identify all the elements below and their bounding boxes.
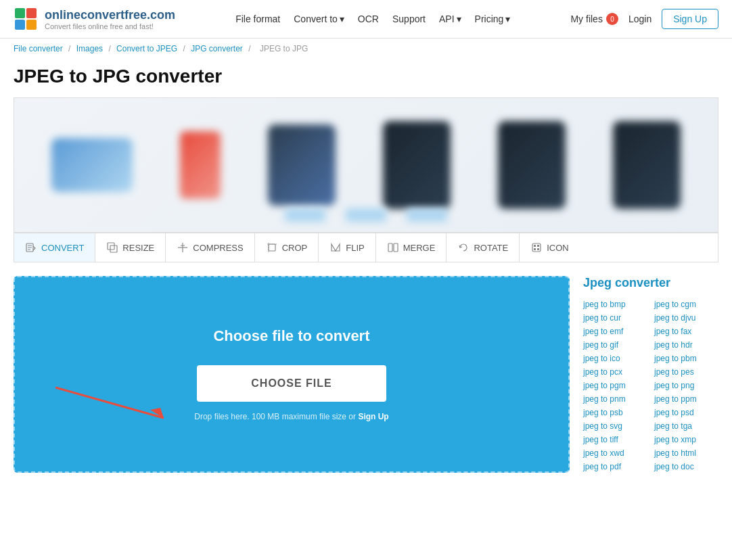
svg-rect-24: [537, 245, 539, 247]
sidebar-link[interactable]: jpeg to cgm: [654, 298, 718, 310]
sidebar-link[interactable]: jpeg to pes: [654, 366, 718, 378]
upload-title: Choose file to convert: [213, 327, 369, 345]
breadcrumb-jpg-converter[interactable]: JPG converter: [191, 44, 243, 53]
breadcrumb-current: JPEG to JPG: [260, 44, 308, 53]
sidebar-link[interactable]: jpeg to pnm: [583, 393, 647, 405]
sidebar: Jpeg converter jpeg to bmpjpeg to cgmjpe…: [583, 276, 718, 473]
sidebar-link[interactable]: jpeg to pbm: [654, 352, 718, 365]
sidebar-link[interactable]: jpeg to psb: [583, 406, 647, 419]
sidebar-link[interactable]: jpeg to ppm: [654, 393, 718, 405]
toolbar-rotate[interactable]: ROTATE: [447, 233, 520, 262]
resize-icon: [106, 241, 118, 254]
logo-name: onlineconvertfree.com: [45, 8, 175, 22]
toolbar-compress[interactable]: COMPRESS: [166, 233, 254, 262]
breadcrumb: File converter / Images / Convert to JPE…: [0, 39, 732, 59]
nav-support[interactable]: Support: [392, 14, 426, 24]
sidebar-link[interactable]: jpeg to tiff: [583, 434, 647, 446]
svg-line-27: [55, 388, 164, 418]
sidebar-link[interactable]: jpeg to pdf: [583, 461, 647, 473]
svg-rect-10: [108, 243, 114, 250]
nav-convert-to[interactable]: Convert to ▾: [294, 14, 344, 24]
sidebar-link[interactable]: jpeg to png: [654, 379, 718, 392]
toolbar-merge[interactable]: MERGE: [376, 233, 447, 262]
sidebar-link[interactable]: jpeg to cur: [583, 312, 647, 324]
toolbar-icon[interactable]: ICON: [520, 233, 580, 262]
rotate-icon: [457, 241, 470, 254]
sidebar-link[interactable]: jpeg to xmp: [654, 434, 718, 446]
merge-icon: [387, 241, 399, 254]
header: ↔ onlineconvertfree.com Convert files on…: [0, 0, 732, 39]
toolbar-crop[interactable]: CROP: [255, 233, 319, 262]
breadcrumb-sep-3: /: [183, 44, 187, 53]
breadcrumb-sep-1: /: [68, 44, 73, 53]
nav-center: File format Convert to ▾ OCR Support API…: [235, 14, 510, 24]
choose-file-button[interactable]: CHOOSE FILE: [197, 365, 386, 402]
toolbar-flip[interactable]: FLIP: [319, 233, 375, 262]
breadcrumb-file-converter[interactable]: File converter: [14, 44, 63, 53]
blurred-content: [14, 98, 718, 232]
sidebar-link[interactable]: jpeg to xwd: [583, 447, 647, 459]
sidebar-link[interactable]: jpeg to hdr: [654, 339, 718, 351]
breadcrumb-sep-2: /: [108, 44, 113, 53]
nav-file-format[interactable]: File format: [235, 14, 280, 24]
compress-icon: [177, 241, 189, 254]
breadcrumb-images[interactable]: Images: [76, 44, 103, 53]
arrow-decoration: [55, 384, 204, 425]
nav-ocr[interactable]: OCR: [358, 14, 379, 24]
sidebar-link[interactable]: jpeg to pcx: [583, 366, 647, 378]
toolbar-convert[interactable]: CONVERT: [14, 233, 95, 262]
svg-rect-15: [269, 244, 275, 251]
convert-icon: [25, 241, 37, 254]
breadcrumb-convert-to-jpeg[interactable]: Convert to JPEG: [116, 44, 177, 53]
nav-api[interactable]: API ▾: [439, 14, 461, 24]
svg-text:↔: ↔: [22, 14, 30, 24]
login-link[interactable]: Login: [628, 14, 651, 24]
svg-rect-25: [534, 248, 536, 250]
svg-rect-21: [394, 243, 398, 252]
sidebar-links: jpeg to bmpjpeg to cgmjpeg to curjpeg to…: [583, 298, 718, 473]
svg-rect-22: [532, 243, 541, 252]
signup-link[interactable]: Sign Up: [358, 412, 388, 421]
crop-icon: [266, 241, 278, 254]
sidebar-link[interactable]: jpeg to html: [654, 447, 718, 459]
page-title: JPEG to JPG converter: [0, 59, 732, 97]
logo-area: ↔ onlineconvertfree.com Convert files on…: [14, 7, 175, 31]
sidebar-link[interactable]: jpeg to gif: [583, 339, 647, 351]
notification-badge: 0: [606, 13, 618, 25]
breadcrumb-sep-4: /: [248, 44, 253, 53]
svg-rect-11: [110, 246, 117, 252]
icon-icon: [530, 241, 543, 254]
flip-icon: [329, 241, 342, 254]
nav-right: My files 0 Login Sign Up: [570, 9, 718, 29]
sidebar-link[interactable]: jpeg to djvu: [654, 312, 718, 324]
sidebar-link[interactable]: jpeg to psd: [654, 406, 718, 419]
sidebar-link[interactable]: jpeg to pgm: [583, 379, 647, 392]
drop-text: Drop files here. 100 MB maximum file siz…: [194, 412, 388, 421]
sidebar-link[interactable]: jpeg to tga: [654, 420, 718, 432]
toolbar: CONVERT RESIZE COMPRESS CROP FLIP MERGE: [14, 233, 718, 262]
sidebar-link[interactable]: jpeg to fax: [654, 325, 718, 337]
banner-area: [14, 97, 718, 233]
svg-rect-23: [534, 245, 536, 247]
sidebar-link[interactable]: jpeg to emf: [583, 325, 647, 337]
sidebar-link[interactable]: jpeg to bmp: [583, 298, 647, 310]
sidebar-link[interactable]: jpeg to svg: [583, 420, 647, 432]
chevron-down-icon: ▾: [340, 14, 344, 24]
sidebar-link[interactable]: jpeg to doc: [654, 461, 718, 473]
chevron-down-icon-pricing: ▾: [505, 14, 510, 24]
main-content: Choose file to convert CHOOSE FILE Drop …: [0, 262, 732, 486]
sidebar-link[interactable]: jpeg to ico: [583, 352, 647, 365]
signup-button[interactable]: Sign Up: [662, 9, 718, 29]
my-files-button[interactable]: My files 0: [570, 13, 618, 25]
toolbar-resize[interactable]: RESIZE: [95, 233, 166, 262]
logo-tagline: Convert files online free and fast!: [45, 22, 175, 30]
svg-marker-19: [336, 244, 340, 251]
svg-rect-26: [537, 248, 539, 250]
chevron-down-icon-api: ▾: [457, 14, 461, 24]
upload-area[interactable]: Choose file to convert CHOOSE FILE Drop …: [14, 276, 570, 473]
svg-rect-20: [388, 243, 392, 252]
nav-pricing[interactable]: Pricing ▾: [475, 14, 511, 24]
sidebar-title: Jpeg converter: [583, 276, 718, 290]
svg-marker-18: [331, 244, 336, 251]
logo-text: onlineconvertfree.com Convert files onli…: [45, 8, 175, 30]
